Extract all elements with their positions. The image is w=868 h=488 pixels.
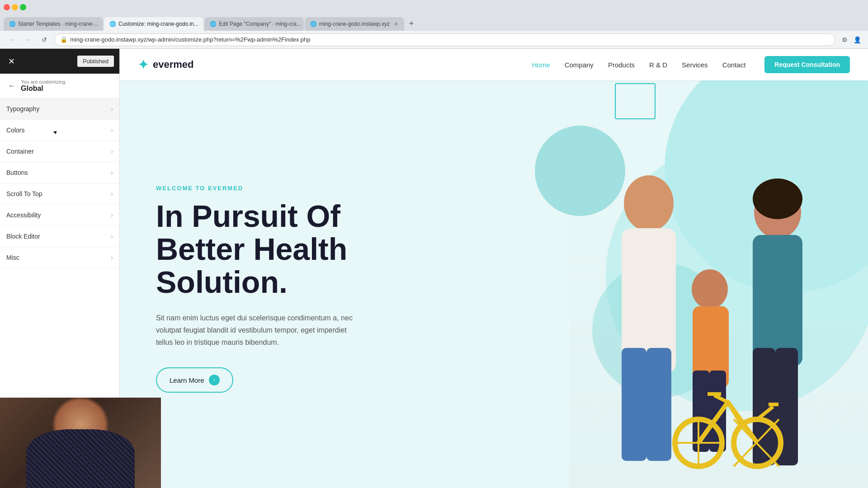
title-bar bbox=[0, 0, 868, 14]
forward-button[interactable]: → bbox=[22, 33, 34, 46]
menu-item-scroll-to-top-label: Scroll To Top bbox=[6, 190, 111, 197]
menu-item-accessibility-label: Accessibility bbox=[6, 211, 111, 219]
svg-rect-5 bbox=[646, 348, 671, 461]
customizer-header: ✕ Published bbox=[0, 49, 119, 74]
site-header: ✦ evermed Home Company Products R & D Se… bbox=[120, 49, 868, 80]
svg-point-11 bbox=[753, 178, 802, 219]
customizer-close-button[interactable]: ✕ bbox=[5, 56, 17, 67]
menu-item-buttons[interactable]: Buttons › bbox=[0, 162, 119, 183]
svg-rect-12 bbox=[753, 235, 802, 366]
tab-label-3: Edit Page "Company" · ming-cra... bbox=[219, 21, 301, 27]
nav-cta-button[interactable]: Request Consultation bbox=[764, 56, 850, 73]
menu-item-block-editor[interactable]: Block Editor › bbox=[0, 226, 119, 247]
chevron-right-icon: › bbox=[111, 211, 113, 219]
address-bar: ← → ↺ 🔒 ming-crane-godo.instawp.xyz/wp-a… bbox=[0, 31, 868, 49]
hero-title: In Pursuit Of Better Health Solution. bbox=[156, 200, 499, 299]
tab-favicon-2: 🌐 bbox=[109, 21, 116, 27]
menu-item-misc-label: Misc bbox=[6, 254, 111, 261]
tab-close-2[interactable]: ✕ bbox=[201, 20, 203, 28]
hero-eyebrow: WELCOME TO EVERMED bbox=[156, 185, 499, 192]
new-tab-button[interactable]: + bbox=[405, 17, 418, 30]
customizing-info: ← You are customizing Global bbox=[0, 74, 119, 99]
hero-content-right bbox=[526, 80, 868, 488]
chevron-right-icon: › bbox=[111, 105, 113, 113]
hero-description: Sit nam enim luctus eget dui scelerisque… bbox=[156, 312, 355, 349]
browser-tab-1[interactable]: 🌐 Starter Templates · ming-crane-... ✕ bbox=[4, 17, 103, 31]
extensions-icon[interactable]: ⚙ bbox=[839, 34, 850, 45]
tab-label-2: Customize: ming-crane-godo.in... bbox=[118, 21, 198, 27]
nav-home[interactable]: Home bbox=[532, 61, 550, 69]
logo-icon: ✦ bbox=[138, 57, 148, 72]
window-maximize-button[interactable] bbox=[20, 4, 26, 10]
nav-products[interactable]: Products bbox=[608, 61, 635, 69]
hero-title-line2: Better Health bbox=[156, 232, 347, 266]
menu-item-container[interactable]: Container › bbox=[0, 141, 119, 162]
menu-item-scroll-to-top[interactable]: Scroll To Top › bbox=[0, 183, 119, 205]
customizing-label: You are customizing bbox=[21, 79, 66, 84]
chevron-right-icon: › bbox=[111, 169, 113, 176]
profile-icon[interactable]: 👤 bbox=[852, 34, 863, 45]
chevron-right-icon: › bbox=[111, 190, 113, 197]
tab-close-1[interactable]: ✕ bbox=[101, 20, 103, 28]
tab-favicon-1: 🌐 bbox=[9, 21, 15, 27]
customizer-sidebar: ✕ Published ← You are customizing Global… bbox=[0, 49, 120, 488]
menu-item-colors-label: Colors bbox=[6, 127, 111, 134]
nav-services[interactable]: Services bbox=[682, 61, 708, 69]
website-preview: ✦ evermed Home Company Products R & D Se… bbox=[120, 49, 868, 488]
nav-company[interactable]: Company bbox=[565, 61, 594, 69]
hero-image bbox=[526, 80, 868, 488]
cta-arrow-icon: › bbox=[209, 375, 220, 385]
hero-section: WELCOME TO EVERMED In Pursuit Of Better … bbox=[120, 80, 868, 488]
menu-item-typography-label: Typography bbox=[6, 105, 111, 113]
url-bar[interactable]: 🔒 ming-crane-godo.instawp.xyz/wp-admin/c… bbox=[54, 33, 835, 46]
logo-text: evermed bbox=[153, 59, 194, 70]
site-navigation: Home Company Products R & D Services Con… bbox=[532, 56, 850, 73]
back-button[interactable]: ← bbox=[5, 33, 18, 46]
lock-icon: 🔒 bbox=[60, 36, 67, 43]
browser-toolbar-icons: ⚙ 👤 bbox=[839, 34, 863, 45]
menu-item-misc[interactable]: Misc › bbox=[0, 247, 119, 268]
reload-button[interactable]: ↺ bbox=[38, 33, 51, 46]
svg-rect-4 bbox=[622, 348, 646, 461]
browser-tab-2[interactable]: 🌐 Customize: ming-crane-godo.in... ✕ bbox=[104, 17, 203, 31]
tab-label-4: ming-crane-godo.instawp.xyz bbox=[319, 21, 390, 27]
menu-item-block-editor-label: Block Editor bbox=[6, 233, 111, 240]
webcam-video bbox=[0, 398, 161, 488]
nav-rd[interactable]: R & D bbox=[649, 61, 667, 69]
url-text: ming-crane-godo.instawp.xyz/wp-admin/cus… bbox=[70, 36, 830, 43]
tabs-bar: 🌐 Starter Templates · ming-crane-... ✕ 🌐… bbox=[0, 14, 868, 31]
browser-chrome: 🌐 Starter Templates · ming-crane-... ✕ 🌐… bbox=[0, 0, 868, 49]
tab-close-4[interactable]: ✕ bbox=[392, 20, 400, 28]
published-button[interactable]: Published bbox=[77, 56, 114, 67]
svg-point-6 bbox=[692, 269, 728, 309]
svg-point-2 bbox=[624, 175, 674, 231]
window-minimize-button[interactable] bbox=[12, 4, 18, 10]
window-controls bbox=[4, 4, 26, 10]
chevron-right-icon: › bbox=[111, 233, 113, 240]
family-photo bbox=[570, 149, 868, 488]
hero-cta-label: Learn More bbox=[170, 376, 204, 384]
menu-item-accessibility[interactable]: Accessibility › bbox=[0, 205, 119, 226]
hero-cta-button[interactable]: Learn More › bbox=[156, 367, 233, 393]
hero-title-line3: Solution. bbox=[156, 265, 288, 299]
browser-tab-4[interactable]: 🌐 ming-crane-godo.instawp.xyz ✕ bbox=[305, 17, 404, 31]
menu-item-typography[interactable]: Typography › bbox=[0, 99, 119, 120]
customizing-section: Global bbox=[21, 84, 66, 93]
tab-label-1: Starter Templates · ming-crane-... bbox=[18, 21, 99, 27]
hero-title-line1: In Pursuit Of bbox=[156, 199, 340, 233]
customizing-text: You are customizing Global bbox=[21, 79, 66, 93]
hero-content-left: WELCOME TO EVERMED In Pursuit Of Better … bbox=[120, 80, 526, 488]
window-close-button[interactable] bbox=[4, 4, 10, 10]
menu-item-colors[interactable]: Colors › bbox=[0, 120, 119, 141]
site-logo: ✦ evermed bbox=[138, 57, 194, 72]
chevron-right-icon: › bbox=[111, 148, 113, 155]
menu-item-container-label: Container bbox=[6, 148, 111, 155]
back-button-customizer[interactable]: ← bbox=[6, 80, 17, 91]
main-content: ✕ Published ← You are customizing Global… bbox=[0, 49, 868, 488]
hero-illustration bbox=[570, 149, 868, 488]
tab-favicon-4: 🌐 bbox=[310, 21, 316, 27]
browser-tab-3[interactable]: 🌐 Edit Page "Company" · ming-cra... ✕ bbox=[204, 17, 304, 31]
menu-item-buttons-label: Buttons bbox=[6, 169, 111, 176]
nav-contact[interactable]: Contact bbox=[722, 61, 746, 69]
chevron-right-icon: › bbox=[111, 254, 113, 261]
